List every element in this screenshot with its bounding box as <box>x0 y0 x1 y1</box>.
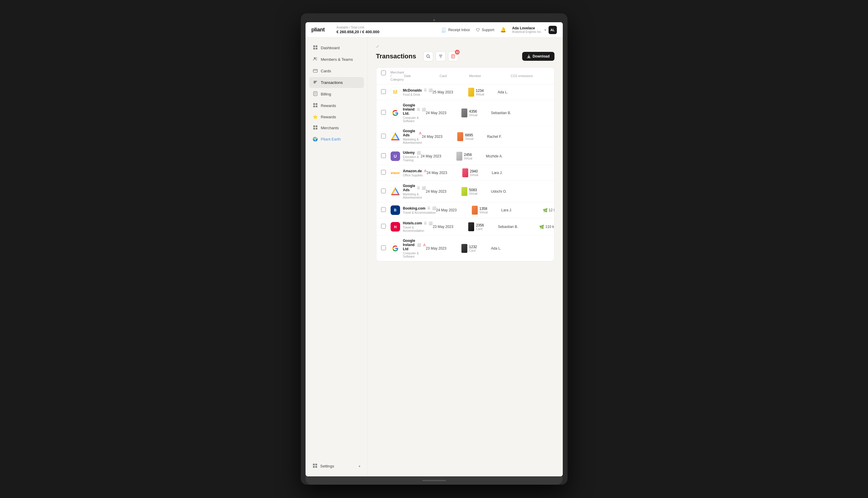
chevron-down-icon[interactable]: ▾ <box>544 28 546 32</box>
user-avatar[interactable]: AL <box>549 26 557 34</box>
row-checkbox[interactable] <box>381 153 386 158</box>
table-row[interactable]: amazon Amazon.de ⚠ Office Supplies 24 Ma… <box>376 165 554 181</box>
sidebar-item-rewards[interactable]: ⭐ Rewards <box>309 112 364 122</box>
copy-icon[interactable]: ⬜ <box>422 108 426 112</box>
card-type: Virtual <box>476 93 484 96</box>
row-checkbox[interactable] <box>381 188 386 193</box>
sidebar-item-transactions[interactable]: Transactions <box>309 77 364 88</box>
merchant-cell: Google Ireland Ltd ⬜ ⚠ Computer & Softwa… <box>391 239 426 258</box>
sidebar-item-merchants[interactable]: Merchants <box>309 122 364 133</box>
member-name: Mozhde A. <box>486 154 528 158</box>
card-details: 1358 Virtual <box>480 207 488 214</box>
sidebar-item-billing[interactable]: Billing <box>309 89 364 100</box>
card-visual <box>462 187 467 196</box>
card-cell: 1232 Card <box>462 244 491 253</box>
svg-rect-19 <box>315 466 317 468</box>
sidebar-item-members-teams[interactable]: Members & Teams <box>309 54 364 65</box>
receipt-inbox-icon: 🧾 <box>441 28 446 32</box>
row-checkbox[interactable] <box>381 224 386 228</box>
copy-icon[interactable]: ⬜ <box>417 243 421 247</box>
balance-display: Available / Total Limit € 260.658,20 / €… <box>337 26 379 34</box>
receipt-inbox-nav[interactable]: 🧾 Receipt Inbox <box>441 28 470 32</box>
transaction-date: 23 May 2023 <box>433 225 468 229</box>
table-row[interactable]: U Udemy ⬜ Education & Training 24 May 20… <box>376 148 554 165</box>
sidebar-item-dashboard[interactable]: Dashboard <box>309 42 364 53</box>
merchants-icon <box>313 125 318 131</box>
svg-rect-8 <box>313 103 315 105</box>
card-visual <box>472 206 478 214</box>
copy-icon[interactable]: ⬜ <box>432 206 436 210</box>
support-label: Support <box>482 28 494 32</box>
receipt-button[interactable]: 22 <box>448 51 458 61</box>
settings-chevron-icon: ▾ <box>359 464 360 468</box>
row-checkbox[interactable] <box>381 170 386 174</box>
row-checkbox[interactable] <box>381 246 386 250</box>
card-visual <box>462 168 468 177</box>
card-details: 1232 Card <box>469 245 477 252</box>
sidebar: Dashboard Members & Teams Cards <box>306 38 368 476</box>
sidebar-item-rewards-grid[interactable]: Rewards <box>309 100 364 111</box>
sidebar-item-settings[interactable]: Settings ▾ <box>309 461 364 472</box>
card-type: Virtual <box>480 211 488 214</box>
card-cell: 2940 Virtual <box>462 168 492 177</box>
merchant-name: Udemy ⬜ <box>403 150 421 155</box>
rewards-grid-icon <box>313 103 318 108</box>
merchant-category: Travel & Accommodation <box>403 211 436 214</box>
card-details: 1234 Virtual <box>476 89 484 96</box>
table-row[interactable]: Google Ads ⚠ Marketing & Advertisement 2… <box>376 126 554 148</box>
warning-icon: ⚠ <box>424 169 427 173</box>
copy-icon[interactable]: ⬜ <box>428 88 433 92</box>
receipt-icon[interactable]: ☰ <box>417 108 420 112</box>
transaction-date: 24 May 2023 <box>422 134 457 139</box>
copy-icon[interactable]: ⬜ <box>417 151 421 155</box>
table-row[interactable]: Google Ireland Ltd ⬜ ⚠ Computer & Softwa… <box>376 236 554 261</box>
support-nav[interactable]: 🛡 Support <box>476 28 494 32</box>
row-checkbox[interactable] <box>381 89 386 94</box>
member-name: Sebastian B. <box>491 111 533 115</box>
card-cell: 1358 Virtual <box>472 206 502 214</box>
download-button[interactable]: Download <box>522 52 554 61</box>
transactions-icon <box>313 80 318 86</box>
svg-rect-16 <box>313 463 315 466</box>
merchant-name: Amazon.de ⚠ <box>403 169 427 173</box>
row-checkbox[interactable] <box>381 207 386 212</box>
table-row[interactable]: Google Ads ☰ ⬜ Marketing & Advertisement… <box>376 181 554 202</box>
table-row[interactable]: Google Ireland Ltd. ☰ ⬜ Computer & Softw… <box>376 100 554 126</box>
row-checkbox[interactable] <box>381 134 386 139</box>
merchant-name: Hotels.com ☰ ⬜ <box>403 221 433 225</box>
col-co2: CO2 emissions <box>511 70 549 81</box>
card-visual <box>468 88 474 97</box>
leaf-icon: 🌿 <box>543 208 548 212</box>
copy-icon[interactable]: ⬜ <box>422 186 426 190</box>
card-type: Card <box>476 227 484 231</box>
merchant-category: Computer & Software <box>403 252 426 258</box>
receipt-icon[interactable]: ☰ <box>417 186 420 190</box>
user-section[interactable]: Ada Lovelace Analytical Engines Inc. ▾ A… <box>512 26 557 34</box>
notification-icon[interactable]: 🔔 <box>500 27 506 32</box>
copy-icon[interactable]: ⬜ <box>428 221 433 225</box>
members-teams-icon <box>313 57 318 62</box>
card-cell: 4356 Virtual <box>462 108 491 117</box>
svg-rect-3 <box>316 48 317 50</box>
svg-rect-14 <box>313 128 315 130</box>
cards-icon <box>313 68 318 74</box>
pliant-earth-icon: 🌍 <box>313 137 318 141</box>
receipt-icon[interactable]: ☰ <box>424 221 427 225</box>
table-row[interactable]: B Booking.com ☰ ⬜ Travel & Accommodation… <box>376 202 554 218</box>
resize-icon[interactable]: ⤢ <box>376 44 379 49</box>
merchant-info: Udemy ⬜ Education & Training <box>403 150 421 162</box>
receipt-icon[interactable]: ☰ <box>424 88 427 92</box>
sidebar-item-pliant-earth[interactable]: 🌍 Pliant Earth <box>309 134 364 144</box>
receipt-icon[interactable]: ☰ <box>427 206 430 210</box>
svg-rect-17 <box>315 463 317 466</box>
filter-button[interactable] <box>436 51 446 61</box>
table-row[interactable]: M McDonalds ☰ ⬜ Food & Drink 25 May 2023… <box>376 84 554 100</box>
sidebar-item-cards[interactable]: Cards <box>309 66 364 77</box>
top-bar: pliant Available / Total Limit € 260.658… <box>306 22 563 38</box>
row-checkbox[interactable] <box>381 110 386 115</box>
header-actions: 22 <box>423 51 458 61</box>
select-all-checkbox[interactable] <box>381 70 386 75</box>
table-row[interactable]: H Hotels.com ☰ ⬜ Travel & Accommodation … <box>376 218 554 236</box>
search-button[interactable] <box>423 51 433 61</box>
card-cell: 2356 Card <box>468 222 498 231</box>
